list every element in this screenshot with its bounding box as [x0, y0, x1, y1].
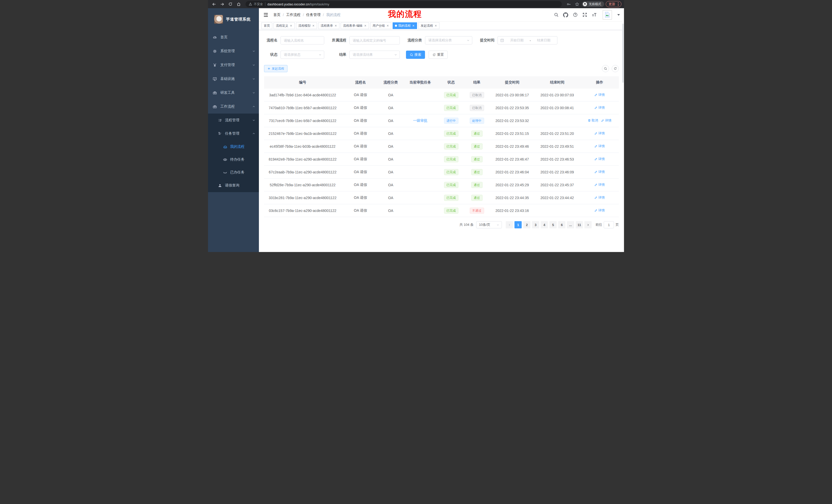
toolbox-icon	[213, 91, 217, 95]
process-name-input-field[interactable]	[281, 36, 324, 44]
sidebar-item-home[interactable]: 首页	[208, 30, 259, 44]
cell-category: OA	[380, 157, 401, 161]
sidebar-collapse-icon[interactable]	[263, 12, 269, 18]
sidebar-item-done[interactable]: 已办任务	[208, 166, 259, 179]
cell-submit-time: 2022-01-22 23:53:32	[490, 119, 534, 123]
forward-icon[interactable]	[219, 1, 226, 7]
avatar-caret-icon[interactable]	[617, 14, 620, 16]
process-definition-input-field[interactable]	[350, 36, 399, 44]
scrollbar-track[interactable]	[622, 8, 624, 252]
sidebar-item-workflow[interactable]: 工作流程	[208, 100, 259, 114]
toggle-search-button[interactable]	[602, 65, 609, 72]
help-icon[interactable]	[573, 12, 578, 18]
tab-process-form[interactable]: 流程表单	[318, 22, 339, 29]
fullscreen-icon[interactable]	[582, 12, 587, 18]
sidebar-item-leave-query[interactable]: 请假查询	[208, 179, 259, 192]
result-badge: 已取消	[470, 105, 484, 111]
process-definition-input[interactable]	[349, 36, 400, 45]
prev-page-button[interactable]	[506, 221, 513, 228]
sidebar-item-system[interactable]: 系统管理	[208, 44, 259, 58]
breadcrumb-item[interactable]: 工作流程	[286, 12, 301, 17]
warning-icon	[249, 2, 252, 6]
sidebar-item-infra[interactable]: 基础设施	[208, 72, 259, 86]
page-button[interactable]: 4	[541, 221, 548, 228]
sidebar-item-pay[interactable]: 支付管理	[208, 58, 259, 72]
page-button[interactable]: 6	[558, 221, 565, 228]
tab-home[interactable]: 首页	[261, 22, 272, 29]
detail-link[interactable]: 详情	[601, 118, 612, 123]
close-icon[interactable]	[434, 24, 437, 27]
tab-process-definition[interactable]: 流程定义	[274, 22, 295, 29]
detail-link[interactable]: 详情	[594, 144, 605, 148]
sidebar-item-todo[interactable]: 待办任务	[208, 153, 259, 166]
close-icon[interactable]	[334, 24, 337, 27]
page-button[interactable]: 1	[515, 221, 522, 228]
tab-my-process[interactable]: 我的流程	[393, 22, 417, 29]
close-icon[interactable]	[386, 24, 389, 27]
close-icon[interactable]	[412, 24, 415, 27]
goto-page-input[interactable]	[604, 221, 614, 228]
search-button[interactable]: 搜索	[406, 51, 425, 59]
close-icon[interactable]	[364, 24, 367, 27]
close-icon[interactable]	[289, 24, 292, 27]
back-icon[interactable]	[211, 1, 217, 7]
refresh-button[interactable]	[612, 65, 619, 72]
address-bar[interactable]: 不安全 dashboard.yudao.iocoder.cn/bpm/task/…	[245, 1, 562, 7]
detail-link[interactable]: 详情	[594, 195, 605, 200]
font-size-icon[interactable]	[592, 12, 597, 18]
user-avatar[interactable]	[603, 10, 612, 20]
detail-link[interactable]: 详情	[594, 131, 605, 136]
tab-process-model[interactable]: 流程模型	[296, 22, 317, 29]
browser-menu-icon[interactable]	[618, 2, 619, 6]
reset-button[interactable]: 重置	[428, 51, 448, 59]
breadcrumb-item[interactable]: 首页	[273, 12, 281, 17]
sidebar-item-my-process[interactable]: 我的流程	[208, 140, 259, 153]
page-ellipsis-button[interactable]: ...	[567, 221, 574, 228]
tab-start-process[interactable]: 发起流程	[418, 22, 439, 29]
security-label: 不安全	[254, 2, 263, 6]
browser-update-button[interactable]: 更新	[606, 1, 621, 7]
sidebar-item-process-mgmt[interactable]: 流程管理	[208, 114, 259, 127]
close-icon[interactable]	[312, 24, 315, 27]
github-icon[interactable]	[563, 12, 568, 18]
search-icon[interactable]	[553, 12, 559, 18]
tab-process-form-edit[interactable]: 流程表单-编辑	[341, 22, 369, 29]
scrollbar-thumb[interactable]	[622, 24, 624, 83]
detail-link[interactable]: 详情	[594, 183, 605, 187]
page-button[interactable]: 3	[532, 221, 539, 228]
cell-submit-time: 2022-01-22 23:44:35	[490, 196, 534, 200]
result-select[interactable]: 请选择流结果	[349, 51, 400, 59]
sidebar-logo[interactable]: 芋道管理系统	[208, 8, 259, 30]
bookmark-star-icon[interactable]	[574, 1, 580, 7]
column-header: 流程名	[341, 80, 380, 85]
pagination-total: 共 104 条	[460, 222, 474, 227]
result-badge: 通过	[471, 169, 483, 175]
page-button[interactable]: 2	[523, 221, 530, 228]
process-name-input[interactable]	[281, 36, 324, 45]
detail-link[interactable]: 详情	[594, 106, 605, 110]
security-chip[interactable]: 不安全	[249, 2, 263, 6]
page-size-select[interactable]: 10条/页	[476, 221, 502, 228]
breadcrumb-item[interactable]: 任务管理	[306, 12, 321, 17]
detail-link[interactable]: 详情	[594, 170, 605, 174]
home-icon[interactable]	[235, 1, 242, 7]
category-select[interactable]: 请选择流程分类	[425, 36, 472, 45]
tab-user-group[interactable]: 用户分组	[370, 22, 391, 29]
detail-link[interactable]: 详情	[594, 208, 605, 213]
status-select[interactable]: 请选择状态	[281, 51, 324, 59]
edit-icon	[594, 132, 598, 135]
detail-link[interactable]: 详情	[594, 93, 605, 97]
password-key-icon[interactable]	[565, 1, 572, 7]
page-button[interactable]: 5	[549, 221, 557, 228]
next-page-button[interactable]	[584, 221, 592, 228]
sidebar-item-task-mgmt[interactable]: 任务管理	[208, 127, 259, 140]
cell-task-link[interactable]: 一级审批	[401, 118, 439, 123]
submit-time-range-picker[interactable]: 开始日期 - 结束日期	[497, 36, 557, 45]
sidebar-item-dev[interactable]: 研发工具	[208, 86, 259, 100]
reload-icon[interactable]	[227, 1, 234, 7]
cancel-link[interactable]: 取消	[588, 118, 598, 123]
incognito-label: 无痕模式	[589, 2, 601, 6]
detail-link[interactable]: 详情	[594, 157, 605, 161]
page-button[interactable]: 11	[576, 221, 583, 228]
create-process-button[interactable]: 发起流程	[264, 65, 287, 72]
